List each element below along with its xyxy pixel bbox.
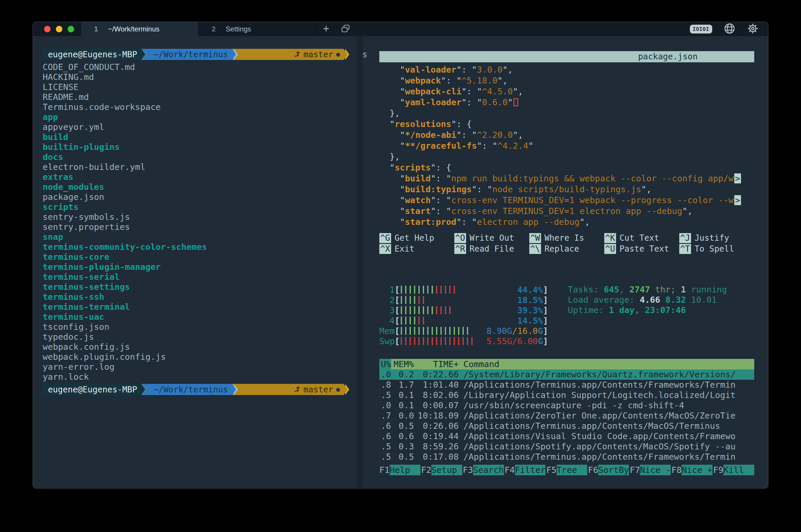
nano-shortcut: ^WWhere Is [529,232,604,243]
nano-code-line: "watch": "cross-env TERMINUS_DEV=1 webpa… [379,195,754,206]
directory-entry: docs [43,152,357,162]
nano-shortcut: ^RRead File [454,243,529,254]
nano-code-line: "resolutions": { [379,119,754,130]
htop-meter: Mem[8.90G/16.0G] [379,326,548,336]
file-entry: electron-builder.yml [43,162,357,172]
process-row[interactable]: .60.60:19.44/Applications/Visual Studio … [379,431,754,441]
process-row[interactable]: .50.38:59.26/Applications/Spotify.app/Co… [379,441,754,452]
fkey-item: F6SortBy [588,465,629,475]
git-dirty-dot: ● [336,49,340,60]
file-entry: Terminus.code-workspace [43,102,357,112]
process-row[interactable]: .00.20:22.66/System/Library/Frameworks/Q… [379,369,754,380]
prompt-git-segment: master ● [238,49,343,60]
powerline-separator [141,384,147,395]
tab-index: 2 [212,25,216,33]
zoom-window-button[interactable] [68,26,74,32]
htop-stat-line: Load average: 4.66 8.32 10.01 [568,295,754,305]
nano-shortcut: ^\Replace [529,243,604,254]
fkey-item: F7Nice - [630,465,671,475]
process-row[interactable]: .50.50:17.08/Applications/Terminus.app/C… [379,452,754,462]
file-entry: appveyor.yml [43,122,357,132]
git-branch-name: master [303,50,333,59]
file-entry: yarn.lock [43,372,357,382]
right-pane-content: GNU nano 4.5 package.json "val-loader": … [379,36,754,488]
directory-entry: build [43,132,357,142]
prompt-line: eugene@Eugenes-MBP ~/Work/terminus maste… [43,49,357,60]
nano-titlebar: GNU nano 4.5 package.json [379,51,754,62]
prompt-cwd: ~/Work/terminus [147,384,232,395]
git-dirty-dot: ● [336,384,340,395]
nano-code-line: "start": "cross-env TERMINUS_DEV=1 elect… [379,206,754,216]
nano-shortcut: ^GGet Help [379,232,454,243]
htop-meter: 2[18.5%] [379,295,548,305]
powerline-separator [232,49,238,60]
htop-stat-line: Uptime: 1 day, 23:07:46 [568,305,754,316]
process-row[interactable]: .50.18:02.06/Library/Application Support… [379,390,754,400]
nano-shortcut: ^OWrite Out [454,232,529,243]
directory-entry: terminus-core [43,252,357,262]
prompt-line: eugene@Eugenes-MBP ~/Work/terminus maste… [43,384,357,395]
nano-code-line: "*/node-abi": "^2.20.0", [379,130,754,140]
nano-code-line: "build": "npm run build:typings && webpa… [379,173,754,184]
nano-code-line: }, [379,151,754,162]
nano-file-name: package.json [638,51,697,62]
titlebar: 1 ~/Work/terminus 2 Settings + IOIOI [33,22,768,36]
tab-label: ~/Work/terminus [108,25,160,33]
file-list: CODE_OF_CONDUCT.mdHACKING.mdLICENSEREADM… [43,62,357,382]
new-tab-button[interactable]: + [316,22,336,36]
git-branch-icon [244,40,300,69]
tab-work-terminus[interactable]: 1 ~/Work/terminus [81,22,199,36]
nano-shortcut: ^KCut Text [604,232,679,243]
directory-entry: terminus-uac [43,312,357,322]
file-entry: CODE_OF_CONDUCT.md [43,62,357,72]
fkey-item: F4Filter [505,465,546,475]
nano-code-line: "yaml-loader": "0.6.0" [379,97,754,108]
nano-shortcut: ^TTo Spell [679,243,754,254]
fkey-item: F5Tree [546,465,588,475]
nano-shortcut-bar: ^GGet Help^OWrite Out^WWhere Is^KCut Tex… [379,232,754,254]
tab-settings[interactable]: 2 Settings [199,22,316,36]
htop-stat-line: Tasks: 645, 2747 thr; 1 running [568,285,754,295]
process-row[interactable]: .70.010:18.09/Applications/ZeroTier One.… [379,411,754,421]
fkey-item: F2Setup [421,465,462,475]
directory-entry: app [43,112,357,122]
window-controls [33,22,81,36]
nano-editor-body: "val-loader": "3.0.0", "webpack": "^5.18… [379,64,754,228]
file-entry: typedoc.js [43,332,357,342]
terminal-pane-left[interactable]: eugene@Eugenes-MBP ~/Work/terminus maste… [33,36,357,488]
split-tab-button[interactable] [336,22,355,36]
nano-code-line: "scripts": { [379,162,754,173]
terminal-pane-right[interactable]: GNU nano 4.5 package.json "val-loader": … [362,36,768,488]
process-row[interactable]: .00.10:00.07/usr/sbin/screencapture -pdi… [379,400,754,411]
serial-port-icon[interactable]: IOIOI [690,25,712,34]
process-row[interactable]: .81.71:01.40/Applications/Terminus.app/C… [379,380,754,390]
nano-code-line: "start:prod": "electron app --debug", [379,216,754,228]
powerline-separator [232,384,238,395]
gear-icon[interactable] [747,23,759,36]
minimize-window-button[interactable] [56,26,62,32]
directory-entry: terminus-community-color-schemes [43,242,357,252]
fkey-item: F3Search [463,465,504,475]
pane-divider[interactable] [357,36,362,488]
file-entry: package.json [43,192,357,202]
process-table: U%MEM%TIME+Command.00.20:22.66/System/Li… [379,359,754,462]
fkey-item: F1Help [379,465,421,475]
directory-entry: terminus-terminal [43,302,357,312]
prompt-cwd: ~/Work/terminus [147,49,232,60]
directory-entry: builtin-plugins [43,142,357,152]
directory-entry: terminus-ssh [43,292,357,302]
file-entry: LICENSE [43,82,357,92]
directory-entry: terminus-plugin-manager [43,262,357,272]
tab-index: 1 [94,25,98,33]
file-entry: sentry-symbols.js [43,212,357,222]
htop-meters: 1[44.4%]2[18.5%]3[39.3%]4[14.5%]Mem[8.90… [379,285,548,346]
file-entry: sentry.properties [43,222,357,232]
file-entry: README.md [43,92,357,102]
nano-code-line: "val-loader": "3.0.0", [379,64,754,75]
close-window-button[interactable] [44,26,51,32]
process-row[interactable]: .60.50:26.06/Applications/Terminus.app/C… [379,421,754,431]
globe-icon[interactable] [723,22,736,36]
powerline-separator [343,384,349,395]
htop-meter: 1[44.4%] [379,285,548,295]
process-table-header[interactable]: U%MEM%TIME+Command [379,359,754,369]
